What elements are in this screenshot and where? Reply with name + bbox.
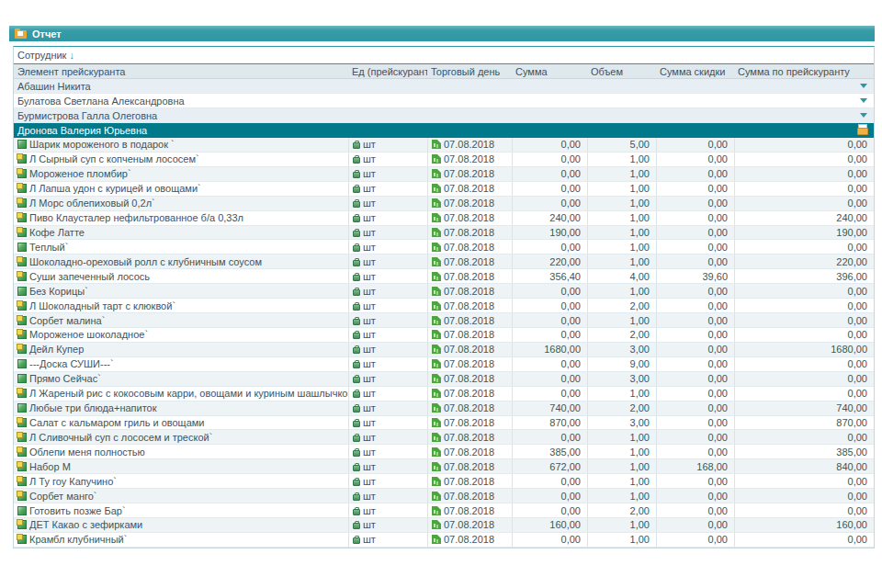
employee-group-row[interactable]: Бурмистрова Галла Олеговна: [14, 108, 874, 123]
discount-value: 0,00: [708, 212, 728, 223]
discount-value-cell: 0,00: [656, 387, 734, 401]
employee-name: Булатова Светлана Александровна: [17, 96, 185, 107]
item-name: Шоколадно-ореховый ролл с клубничным соу…: [29, 256, 262, 267]
item-row[interactable]: Пиво Клаусталер нефильтрованное б/а 0,33…: [14, 211, 874, 226]
item-row[interactable]: Облепи меня полностьюшт07.08.2018385,001…: [14, 445, 874, 459]
employee-group-row[interactable]: Абашин Никита: [14, 79, 874, 94]
item-row[interactable]: Готовить позже Бар`шт07.08.20180,002,000…: [14, 503, 874, 518]
pricelist-sum-value: 0,00: [848, 373, 867, 384]
item-name-cell: Л Сырный суп с копченым лососем`: [14, 153, 348, 166]
discount-value: 0,00: [708, 505, 728, 516]
column-header-trading-day[interactable]: Торговый день: [427, 64, 512, 78]
discount-value: 39,60: [702, 271, 728, 282]
item-row[interactable]: Мороженое пломбир`шт07.08.20180,001,000,…: [14, 167, 874, 182]
item-row[interactable]: Шарик мороженого в подарок `шт07.08.2018…: [14, 138, 874, 153]
employee-group-row[interactable]: Булатова Светлана Александровна: [14, 94, 874, 108]
item-row[interactable]: ---Доска СУШИ---`шт07.08.20180,009,000,0…: [14, 357, 874, 372]
pricelist-sum-value-cell: 0,00: [734, 430, 874, 444]
pricelist-sum-value-cell: 0,00: [734, 138, 874, 152]
trading-day-cell: 07.08.2018: [427, 372, 512, 386]
item-name: Сорбет малина`: [29, 315, 105, 326]
item-name: Прямо Сейчас`: [29, 373, 101, 384]
unit-label: шт: [363, 153, 376, 164]
item-row[interactable]: Л Шоколадный тарт с клюквой`шт07.08.2018…: [14, 299, 874, 313]
sum-value: 160,00: [549, 519, 581, 530]
item-row[interactable]: Набор Мшт07.08.2018672,001,00168,00840,0…: [14, 459, 874, 474]
trading-day-value: 07.08.2018: [444, 388, 494, 399]
sum-value: 190,00: [549, 227, 581, 238]
trading-day-cell: 07.08.2018: [427, 211, 512, 225]
item-name-cell: ДЕТ Какао с зефирками: [14, 518, 348, 532]
item-row[interactable]: Салат с кальмаром гриль и овощамишт07.08…: [14, 416, 874, 431]
group-header-row[interactable]: Сотрудник ↓: [14, 47, 874, 64]
item-row[interactable]: Сорбет манго`шт07.08.20180,001,000,000,0…: [14, 489, 874, 503]
column-header-sum[interactable]: Сумма: [512, 64, 587, 78]
pricelist-sum-value: 0,00: [848, 153, 867, 164]
unit-label: шт: [363, 461, 376, 472]
item-row[interactable]: Л Сырный суп с копченым лососем`шт07.08.…: [14, 153, 874, 167]
item-row[interactable]: Кофе Латтешт07.08.2018190,001,000,00190,…: [14, 226, 874, 241]
item-row[interactable]: Шоколадно-ореховый ролл с клубничным соу…: [14, 254, 874, 269]
item-row[interactable]: Л Сливочный суп с лососем и треской`шт07…: [14, 430, 874, 445]
item-row[interactable]: Крамбл клубничный`шт07.08.20180,001,000,…: [14, 533, 874, 548]
window-titlebar[interactable]: Отчет: [9, 26, 875, 41]
column-header-unit-pricelist[interactable]: Ед (прейскурант): [348, 64, 427, 78]
item-name-cell: Без Корицы`: [14, 284, 348, 298]
weight-icon: [353, 172, 360, 178]
discount-value-cell: 168,00: [656, 459, 734, 473]
item-row[interactable]: ДЕТ Какао с зефиркамишт07.08.2018160,001…: [14, 518, 874, 533]
discount-value-cell: 0,00: [656, 284, 734, 298]
pricelist-sum-value-cell: 385,00: [734, 445, 874, 458]
calendar-chart-icon: [432, 374, 441, 383]
trading-day-value: 07.08.2018: [444, 447, 494, 458]
volume-value: 1,00: [630, 242, 650, 253]
pricelist-sum-value-cell: 0,00: [734, 387, 874, 401]
item-row[interactable]: Л Ту гоу Капучино`шт07.08.20180,001,000,…: [14, 474, 874, 489]
item-row[interactable]: Л Жареный рис с кокосовым карри, овощами…: [14, 387, 874, 401]
volume-value: 2,00: [630, 505, 650, 516]
item-row[interactable]: Без Корицы`шт07.08.20180,001,000,000,00: [14, 284, 874, 299]
window-title: Отчет: [32, 28, 62, 40]
item-row[interactable]: Теплый`шт07.08.20180,001,000,000,00: [14, 240, 874, 254]
sum-value: 0,00: [561, 139, 581, 150]
trading-day-cell: 07.08.2018: [427, 254, 512, 268]
chevron-down-icon[interactable]: [860, 98, 867, 103]
pricelist-sum-value-cell: 220,00: [734, 254, 874, 268]
column-header-volume[interactable]: Объем: [587, 64, 656, 78]
volume-value: 1,00: [630, 388, 650, 399]
chevron-down-icon[interactable]: [860, 84, 867, 88]
unit-cell: шт: [348, 357, 427, 371]
sum-value: 0,00: [561, 168, 581, 179]
unit-label: шт: [363, 227, 376, 238]
discount-value-cell: 0,00: [656, 401, 734, 415]
unit-cell: шт: [348, 284, 427, 298]
calendar-chart-icon: [432, 403, 441, 413]
column-header-pricelist-element[interactable]: Элемент прейскуранта: [14, 64, 348, 78]
column-header-discount-sum[interactable]: Сумма скидки: [656, 64, 734, 78]
pricelist-sum-value: 240,00: [836, 212, 867, 223]
discount-value: 0,00: [708, 329, 728, 340]
sum-value-cell: 0,00: [512, 503, 587, 517]
trading-day-cell: 07.08.2018: [427, 138, 512, 152]
weight-icon: [353, 304, 360, 311]
weight-icon: [353, 333, 360, 339]
column-header-pricelist-sum[interactable]: Сумма по прейскуранту: [734, 64, 874, 78]
item-row[interactable]: Любые три блюда+напитокшт07.08.2018740,0…: [14, 401, 874, 416]
item-row[interactable]: Дейл Купершт07.08.20181680,003,000,00168…: [14, 343, 874, 357]
item-row[interactable]: Л Морс облепиховый 0,2л`шт07.08.20180,00…: [14, 197, 874, 211]
item-row[interactable]: Суши запеченный лососьшт07.08.2018356,40…: [14, 269, 874, 284]
employee-group-row[interactable]: Дронова Валерия Юрьевна: [14, 123, 874, 138]
trading-day-cell: 07.08.2018: [427, 518, 512, 532]
item-row[interactable]: Сорбет малина`шт07.08.20180,001,000,000,…: [14, 313, 874, 328]
item-name-cell: Мороженое шоколадное`: [14, 328, 348, 342]
pricelist-sum-value: 0,00: [848, 286, 867, 297]
trading-day-value: 07.08.2018: [444, 315, 494, 326]
sort-descending-icon[interactable]: ↓: [69, 51, 74, 60]
item-row[interactable]: Прямо Сейчас`шт07.08.20180,003,000,000,0…: [14, 372, 874, 387]
item-row[interactable]: Мороженое шоколадное`шт07.08.20180,002,0…: [14, 328, 874, 343]
chevron-down-icon[interactable]: [860, 113, 867, 118]
item-row[interactable]: Л Лапша удон с курицей и овощами`шт07.08…: [14, 182, 874, 197]
discount-value: 0,00: [708, 491, 728, 502]
trading-day-value: 07.08.2018: [444, 491, 494, 502]
volume-value: 1,00: [630, 183, 650, 194]
